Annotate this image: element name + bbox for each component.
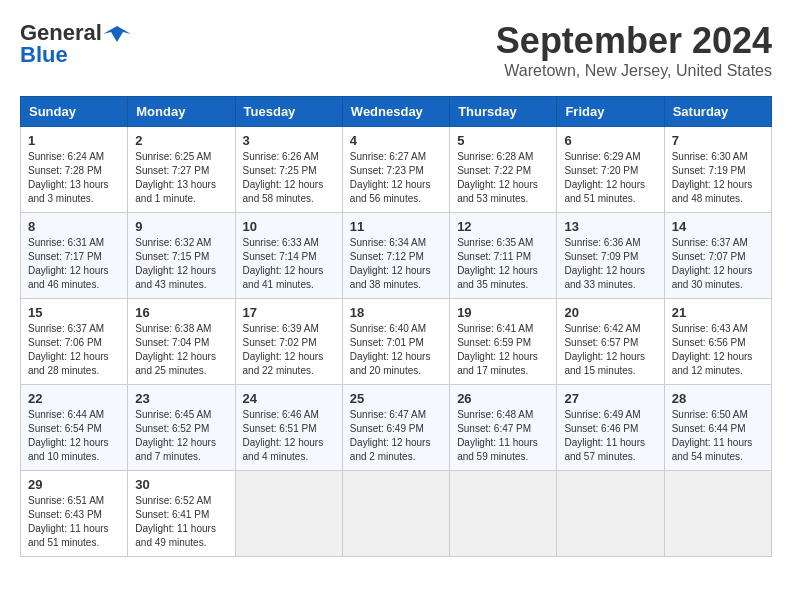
calendar-cell: 27Sunrise: 6:49 AMSunset: 6:46 PMDayligh…	[557, 385, 664, 471]
day-info: Sunrise: 6:34 AMSunset: 7:12 PMDaylight:…	[350, 236, 442, 292]
logo-blue-text: Blue	[20, 42, 68, 68]
calendar-cell: 5Sunrise: 6:28 AMSunset: 7:22 PMDaylight…	[450, 127, 557, 213]
day-number: 14	[672, 219, 764, 234]
calendar-cell: 2Sunrise: 6:25 AMSunset: 7:27 PMDaylight…	[128, 127, 235, 213]
day-info: Sunrise: 6:46 AMSunset: 6:51 PMDaylight:…	[243, 408, 335, 464]
calendar-cell: 18Sunrise: 6:40 AMSunset: 7:01 PMDayligh…	[342, 299, 449, 385]
day-info: Sunrise: 6:30 AMSunset: 7:19 PMDaylight:…	[672, 150, 764, 206]
day-number: 8	[28, 219, 120, 234]
calendar-cell: 24Sunrise: 6:46 AMSunset: 6:51 PMDayligh…	[235, 385, 342, 471]
day-info: Sunrise: 6:48 AMSunset: 6:47 PMDaylight:…	[457, 408, 549, 464]
header: General Blue September 2024 Waretown, Ne…	[20, 20, 772, 80]
day-number: 18	[350, 305, 442, 320]
calendar-table: SundayMondayTuesdayWednesdayThursdayFrid…	[20, 96, 772, 557]
day-info: Sunrise: 6:25 AMSunset: 7:27 PMDaylight:…	[135, 150, 227, 206]
calendar-cell: 15Sunrise: 6:37 AMSunset: 7:06 PMDayligh…	[21, 299, 128, 385]
day-info: Sunrise: 6:47 AMSunset: 6:49 PMDaylight:…	[350, 408, 442, 464]
weekday-header-wednesday: Wednesday	[342, 97, 449, 127]
day-number: 22	[28, 391, 120, 406]
day-number: 10	[243, 219, 335, 234]
calendar-week-row: 15Sunrise: 6:37 AMSunset: 7:06 PMDayligh…	[21, 299, 772, 385]
calendar-cell: 9Sunrise: 6:32 AMSunset: 7:15 PMDaylight…	[128, 213, 235, 299]
calendar-cell: 12Sunrise: 6:35 AMSunset: 7:11 PMDayligh…	[450, 213, 557, 299]
day-number: 17	[243, 305, 335, 320]
calendar-week-row: 1Sunrise: 6:24 AMSunset: 7:28 PMDaylight…	[21, 127, 772, 213]
day-info: Sunrise: 6:51 AMSunset: 6:43 PMDaylight:…	[28, 494, 120, 550]
weekday-header-thursday: Thursday	[450, 97, 557, 127]
day-number: 26	[457, 391, 549, 406]
calendar-week-row: 8Sunrise: 6:31 AMSunset: 7:17 PMDaylight…	[21, 213, 772, 299]
calendar-cell: 13Sunrise: 6:36 AMSunset: 7:09 PMDayligh…	[557, 213, 664, 299]
calendar-cell: 29Sunrise: 6:51 AMSunset: 6:43 PMDayligh…	[21, 471, 128, 557]
day-info: Sunrise: 6:35 AMSunset: 7:11 PMDaylight:…	[457, 236, 549, 292]
location: Waretown, New Jersey, United States	[496, 62, 772, 80]
calendar-cell	[664, 471, 771, 557]
day-number: 25	[350, 391, 442, 406]
day-info: Sunrise: 6:43 AMSunset: 6:56 PMDaylight:…	[672, 322, 764, 378]
day-info: Sunrise: 6:31 AMSunset: 7:17 PMDaylight:…	[28, 236, 120, 292]
day-number: 13	[564, 219, 656, 234]
day-info: Sunrise: 6:24 AMSunset: 7:28 PMDaylight:…	[28, 150, 120, 206]
day-info: Sunrise: 6:36 AMSunset: 7:09 PMDaylight:…	[564, 236, 656, 292]
calendar-cell: 23Sunrise: 6:45 AMSunset: 6:52 PMDayligh…	[128, 385, 235, 471]
day-info: Sunrise: 6:29 AMSunset: 7:20 PMDaylight:…	[564, 150, 656, 206]
day-info: Sunrise: 6:37 AMSunset: 7:06 PMDaylight:…	[28, 322, 120, 378]
title-section: September 2024 Waretown, New Jersey, Uni…	[496, 20, 772, 80]
day-number: 2	[135, 133, 227, 148]
calendar-cell: 19Sunrise: 6:41 AMSunset: 6:59 PMDayligh…	[450, 299, 557, 385]
calendar-cell: 16Sunrise: 6:38 AMSunset: 7:04 PMDayligh…	[128, 299, 235, 385]
day-number: 7	[672, 133, 764, 148]
calendar-cell	[235, 471, 342, 557]
calendar-cell: 28Sunrise: 6:50 AMSunset: 6:44 PMDayligh…	[664, 385, 771, 471]
calendar-week-row: 29Sunrise: 6:51 AMSunset: 6:43 PMDayligh…	[21, 471, 772, 557]
day-number: 16	[135, 305, 227, 320]
calendar-cell: 26Sunrise: 6:48 AMSunset: 6:47 PMDayligh…	[450, 385, 557, 471]
calendar-week-row: 22Sunrise: 6:44 AMSunset: 6:54 PMDayligh…	[21, 385, 772, 471]
day-info: Sunrise: 6:52 AMSunset: 6:41 PMDaylight:…	[135, 494, 227, 550]
day-number: 20	[564, 305, 656, 320]
month-year: September 2024	[496, 20, 772, 62]
day-info: Sunrise: 6:32 AMSunset: 7:15 PMDaylight:…	[135, 236, 227, 292]
day-info: Sunrise: 6:27 AMSunset: 7:23 PMDaylight:…	[350, 150, 442, 206]
day-info: Sunrise: 6:33 AMSunset: 7:14 PMDaylight:…	[243, 236, 335, 292]
weekday-header-sunday: Sunday	[21, 97, 128, 127]
day-info: Sunrise: 6:50 AMSunset: 6:44 PMDaylight:…	[672, 408, 764, 464]
calendar-cell: 7Sunrise: 6:30 AMSunset: 7:19 PMDaylight…	[664, 127, 771, 213]
calendar-cell: 30Sunrise: 6:52 AMSunset: 6:41 PMDayligh…	[128, 471, 235, 557]
weekday-header-monday: Monday	[128, 97, 235, 127]
day-number: 1	[28, 133, 120, 148]
day-number: 27	[564, 391, 656, 406]
day-info: Sunrise: 6:38 AMSunset: 7:04 PMDaylight:…	[135, 322, 227, 378]
calendar-cell: 21Sunrise: 6:43 AMSunset: 6:56 PMDayligh…	[664, 299, 771, 385]
calendar-cell	[342, 471, 449, 557]
day-info: Sunrise: 6:42 AMSunset: 6:57 PMDaylight:…	[564, 322, 656, 378]
day-number: 23	[135, 391, 227, 406]
calendar-cell	[557, 471, 664, 557]
day-number: 3	[243, 133, 335, 148]
day-info: Sunrise: 6:44 AMSunset: 6:54 PMDaylight:…	[28, 408, 120, 464]
weekday-header-saturday: Saturday	[664, 97, 771, 127]
day-number: 6	[564, 133, 656, 148]
day-info: Sunrise: 6:49 AMSunset: 6:46 PMDaylight:…	[564, 408, 656, 464]
calendar-cell: 10Sunrise: 6:33 AMSunset: 7:14 PMDayligh…	[235, 213, 342, 299]
weekday-header-tuesday: Tuesday	[235, 97, 342, 127]
day-number: 24	[243, 391, 335, 406]
day-number: 4	[350, 133, 442, 148]
day-number: 19	[457, 305, 549, 320]
day-number: 12	[457, 219, 549, 234]
day-number: 21	[672, 305, 764, 320]
day-number: 29	[28, 477, 120, 492]
calendar-cell: 4Sunrise: 6:27 AMSunset: 7:23 PMDaylight…	[342, 127, 449, 213]
calendar-cell: 20Sunrise: 6:42 AMSunset: 6:57 PMDayligh…	[557, 299, 664, 385]
day-info: Sunrise: 6:40 AMSunset: 7:01 PMDaylight:…	[350, 322, 442, 378]
calendar-cell: 3Sunrise: 6:26 AMSunset: 7:25 PMDaylight…	[235, 127, 342, 213]
logo-bird-icon	[103, 24, 131, 44]
calendar-cell: 17Sunrise: 6:39 AMSunset: 7:02 PMDayligh…	[235, 299, 342, 385]
day-number: 15	[28, 305, 120, 320]
calendar-cell: 22Sunrise: 6:44 AMSunset: 6:54 PMDayligh…	[21, 385, 128, 471]
calendar-cell: 8Sunrise: 6:31 AMSunset: 7:17 PMDaylight…	[21, 213, 128, 299]
weekday-header-row: SundayMondayTuesdayWednesdayThursdayFrid…	[21, 97, 772, 127]
calendar-cell: 1Sunrise: 6:24 AMSunset: 7:28 PMDaylight…	[21, 127, 128, 213]
day-info: Sunrise: 6:26 AMSunset: 7:25 PMDaylight:…	[243, 150, 335, 206]
day-info: Sunrise: 6:39 AMSunset: 7:02 PMDaylight:…	[243, 322, 335, 378]
